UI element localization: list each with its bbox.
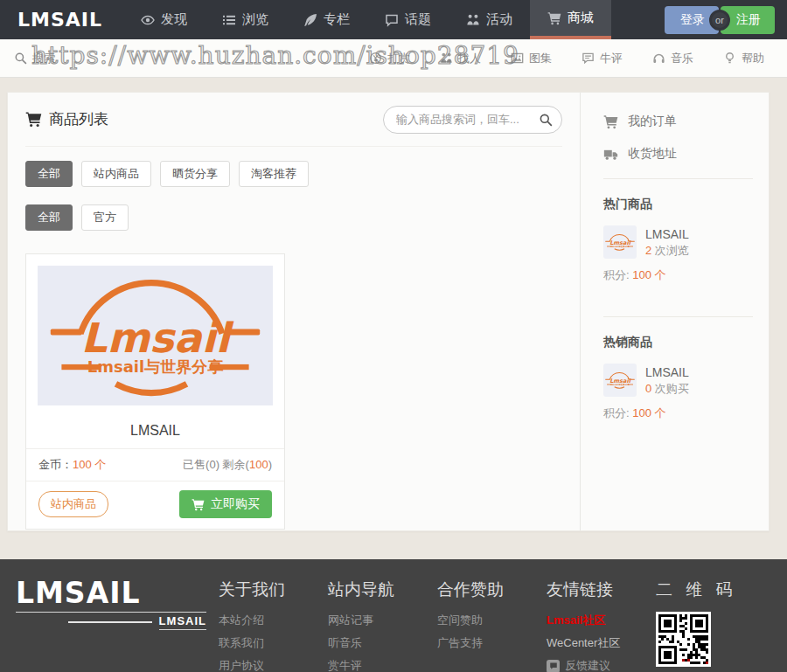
sidebar: 我的订单 收货地址 热门商品 LMSAIL 2 次浏览 积分: 100 个 热销… bbox=[581, 93, 769, 530]
list-icon bbox=[222, 13, 236, 27]
product-info-row: 金币：100 个 已售(0) 剩余(100) bbox=[26, 448, 284, 481]
page-title: 商品列表 bbox=[25, 109, 108, 129]
subnav-item-label: 帮助 bbox=[742, 51, 764, 66]
shipping-address-link[interactable]: 收货地址 bbox=[603, 146, 753, 162]
chat-icon bbox=[385, 13, 399, 27]
cart-icon bbox=[603, 114, 618, 129]
footer-col-friends: 友情链接 Lmsail社区 WeCenter社区 反馈建议 bbox=[547, 578, 656, 672]
product-type-badge[interactable]: 站内商品 bbox=[38, 491, 108, 517]
product-search bbox=[383, 106, 562, 134]
nav-item-column[interactable]: 专栏 bbox=[286, 0, 367, 39]
subnav-item-music[interactable]: 音乐 bbox=[652, 51, 693, 66]
footer-col-about: 关于我们 本站介绍 联系我们 用户协议 bbox=[219, 578, 328, 672]
footer-link-site-notes[interactable]: 网站记事 bbox=[328, 613, 437, 628]
best-seller-item[interactable]: LMSAIL 0 次购买 bbox=[603, 364, 753, 398]
search-icon bbox=[14, 52, 27, 65]
nav-item-mall[interactable]: 商城 bbox=[530, 0, 611, 39]
product-list-panel: 商品列表 全部 站内商品 晒货分享 淘客推荐 全部 官方 LMSAIL 金币 bbox=[8, 93, 581, 530]
nav-item-label: 话题 bbox=[405, 11, 431, 28]
truck-icon bbox=[603, 147, 618, 162]
product-thumbnail bbox=[603, 364, 637, 397]
subnav-item-reward[interactable]: 打赏 bbox=[369, 51, 410, 66]
nav-item-label: 活动 bbox=[486, 11, 512, 28]
nav-item-discover[interactable]: 发现 bbox=[123, 0, 205, 39]
hot-product-views: 2 次浏览 bbox=[645, 243, 689, 260]
filter-site-goods-button[interactable]: 站内商品 bbox=[81, 161, 151, 187]
buy-now-button[interactable]: 立即购买 bbox=[179, 490, 272, 518]
product-price: 金币：100 个 bbox=[38, 457, 106, 473]
filter-row-type: 全部 站内商品 晒货分享 淘客推荐 bbox=[25, 161, 562, 187]
filter-all-button[interactable]: 全部 bbox=[25, 161, 73, 187]
hot-product-meta: LMSAIL 2 次浏览 bbox=[645, 225, 689, 260]
qr-code-image bbox=[656, 612, 711, 667]
nav-item-activity[interactable]: 活动 bbox=[449, 0, 530, 39]
footer-link-site-intro[interactable]: 本站介绍 bbox=[219, 613, 328, 628]
comment-icon bbox=[582, 52, 595, 65]
gallery-icon bbox=[511, 52, 524, 65]
lmsail-logo-thumb bbox=[605, 371, 635, 390]
product-list-header: 商品列表 bbox=[25, 93, 562, 147]
find-people-icon bbox=[440, 52, 453, 65]
chat-icon bbox=[547, 660, 560, 672]
product-search-input[interactable] bbox=[383, 106, 562, 134]
footer-logo-block: LMSAIL LMSAIL bbox=[16, 578, 219, 672]
footer-link-feedback[interactable]: 反馈建议 bbox=[547, 658, 656, 672]
footer-link-wecenter[interactable]: WeCenter社区 bbox=[547, 635, 656, 651]
product-card: LMSAIL 金币：100 个 已售(0) 剩余(100) 站内商品 立即购买 bbox=[25, 253, 285, 530]
nav-item-label: 发现 bbox=[161, 11, 187, 28]
cart-icon bbox=[192, 498, 205, 511]
filter-share-button[interactable]: 晒货分享 bbox=[160, 161, 230, 187]
footer-logo-big: LMSAIL bbox=[16, 578, 206, 613]
footer-link-user-agreement[interactable]: 用户协议 bbox=[219, 658, 328, 672]
footer-link-reviews[interactable]: 赏牛评 bbox=[328, 658, 437, 672]
cart-icon bbox=[25, 111, 42, 128]
subnav-search-label: 搜索 bbox=[32, 51, 55, 66]
filter-taoke-button[interactable]: 淘客推荐 bbox=[239, 161, 309, 187]
footer: LMSAIL LMSAIL 关于我们 本站介绍 联系我们 用户协议 站内导航 网… bbox=[0, 559, 787, 672]
filter-official-button[interactable]: 官方 bbox=[81, 204, 129, 231]
footer-link-ad-support[interactable]: 广告支持 bbox=[437, 635, 547, 651]
sidebar-divider bbox=[603, 316, 753, 317]
product-image[interactable] bbox=[38, 266, 273, 405]
nav-item-label: 专栏 bbox=[324, 11, 350, 28]
headphones-icon bbox=[652, 52, 665, 65]
filter-all2-button[interactable]: 全部 bbox=[25, 204, 73, 231]
pen-icon bbox=[303, 13, 317, 27]
subnav-item-find-people[interactable]: 找人 bbox=[440, 51, 481, 66]
nav-item-browse[interactable]: 浏览 bbox=[205, 0, 286, 39]
cart-icon bbox=[547, 11, 561, 25]
site-logo[interactable]: LMSAIL bbox=[0, 0, 123, 39]
lmsail-logo-thumb bbox=[605, 232, 635, 252]
subnav-item-help[interactable]: 帮助 bbox=[723, 51, 764, 66]
people-icon bbox=[466, 13, 480, 27]
coin-icon bbox=[369, 52, 382, 65]
footer-link-space-sponsor[interactable]: 空间赞助 bbox=[437, 613, 547, 628]
subnav-item-reviews[interactable]: 牛评 bbox=[582, 51, 623, 66]
subnav-item-label: 音乐 bbox=[671, 51, 693, 66]
search-icon[interactable] bbox=[539, 113, 553, 127]
subnav-item-label: 打赏 bbox=[387, 51, 410, 66]
subnav-item-label: 图集 bbox=[529, 51, 552, 66]
best-seller-name[interactable]: LMSAIL bbox=[645, 364, 689, 381]
hot-product-item[interactable]: LMSAIL 2 次浏览 bbox=[603, 225, 753, 260]
auth-buttons: 登录 or 注册 bbox=[665, 0, 787, 39]
lmsail-logo bbox=[49, 269, 261, 403]
subnav-item-gallery[interactable]: 图集 bbox=[511, 51, 552, 66]
nav-item-label: 商城 bbox=[568, 10, 594, 26]
or-separator: or bbox=[709, 10, 730, 31]
product-title[interactable]: LMSAIL bbox=[26, 417, 284, 448]
footer-link-lmsail-community[interactable]: Lmsail社区 bbox=[547, 613, 656, 628]
footer-link-music[interactable]: 听音乐 bbox=[328, 635, 437, 651]
sub-navbar: 搜索 打赏 找人 图集 牛评 音乐 帮助 bbox=[0, 39, 787, 78]
best-seller-meta: LMSAIL 0 次购买 bbox=[645, 364, 689, 398]
hot-product-name[interactable]: LMSAIL bbox=[645, 225, 689, 243]
footer-col-sponsor: 合作赞助 空间赞助 广告支持 bbox=[437, 578, 547, 672]
nav-item-topic[interactable]: 话题 bbox=[367, 0, 449, 39]
product-actions-row: 站内商品 立即购买 bbox=[26, 481, 284, 529]
content-card: 商品列表 全部 站内商品 晒货分享 淘客推荐 全部 官方 LMSAIL 金币 bbox=[7, 92, 770, 531]
footer-link-contact[interactable]: 联系我们 bbox=[219, 635, 328, 651]
product-stock: 已售(0) 剩余(100) bbox=[183, 457, 272, 473]
my-orders-link[interactable]: 我的订单 bbox=[603, 114, 753, 129]
sidebar-divider bbox=[603, 178, 753, 179]
subnav-search[interactable]: 搜索 bbox=[14, 51, 55, 66]
